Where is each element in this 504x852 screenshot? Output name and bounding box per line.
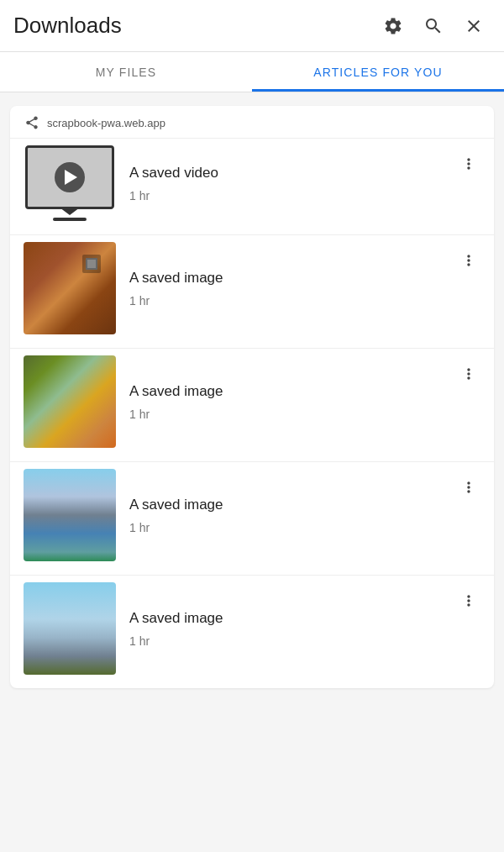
article-info: A saved image 1 hr [129, 496, 444, 534]
page-title: Downloads [13, 13, 376, 39]
article-title: A saved image [129, 609, 444, 628]
content-area: scrapbook-pwa.web.app A saved video 1 hr [0, 92, 504, 712]
article-info: A saved image 1 hr [129, 609, 444, 648]
gear-icon [383, 16, 403, 36]
article-meta: 1 hr [129, 634, 444, 648]
image-thumbnail [24, 582, 116, 675]
articles-card: scrapbook-pwa.web.app A saved video 1 hr [10, 106, 494, 688]
tab-my-files[interactable]: MY FILES [0, 52, 252, 92]
article-info: A saved image 1 hr [129, 382, 444, 421]
list-item: A saved image 1 hr [10, 348, 494, 461]
article-meta: 1 hr [129, 408, 444, 421]
article-info: A saved image 1 hr [129, 269, 444, 308]
article-meta: 1 hr [129, 294, 444, 308]
more-vert-icon [460, 155, 477, 172]
close-icon [464, 16, 484, 36]
image-thumbnail [24, 242, 116, 334]
play-icon [55, 162, 85, 192]
more-options-button[interactable] [457, 586, 480, 616]
search-button[interactable] [417, 9, 450, 43]
settings-button[interactable] [376, 9, 410, 43]
site-label-row: scrapbook-pwa.web.app [10, 106, 494, 138]
site-domain: scrapbook-pwa.web.app [47, 117, 165, 129]
header: Downloads [0, 0, 504, 52]
image-thumbnail [24, 469, 116, 561]
more-options-button[interactable] [457, 245, 480, 276]
list-item: A saved image 1 hr [10, 575, 494, 688]
article-meta: 1 hr [129, 521, 444, 534]
article-title: A saved image [129, 269, 444, 287]
close-button[interactable] [457, 9, 491, 43]
more-vert-icon [460, 479, 477, 496]
article-title: A saved image [129, 496, 444, 514]
article-info: A saved video 1 hr [129, 164, 444, 202]
more-vert-icon [460, 252, 477, 269]
tab-articles-for-you[interactable]: ARTICLES FOR YOU [252, 52, 504, 92]
list-item: A saved video 1 hr [10, 138, 494, 234]
list-item: A saved image 1 hr [10, 461, 494, 575]
header-actions [376, 9, 491, 43]
article-title: A saved image [129, 382, 444, 401]
article-meta: 1 hr [129, 189, 444, 202]
video-thumbnail [24, 145, 116, 221]
more-vert-icon [460, 592, 477, 609]
tab-bar: MY FILES ARTICLES FOR YOU [0, 52, 504, 92]
more-vert-icon [460, 366, 477, 382]
more-options-button[interactable] [457, 149, 480, 179]
search-icon [423, 16, 444, 36]
article-title: A saved video [129, 164, 444, 182]
image-thumbnail [24, 355, 116, 448]
share-icon [24, 114, 40, 131]
more-options-button[interactable] [457, 359, 480, 389]
list-item: A saved image 1 hr [10, 234, 494, 348]
more-options-button[interactable] [457, 472, 480, 502]
